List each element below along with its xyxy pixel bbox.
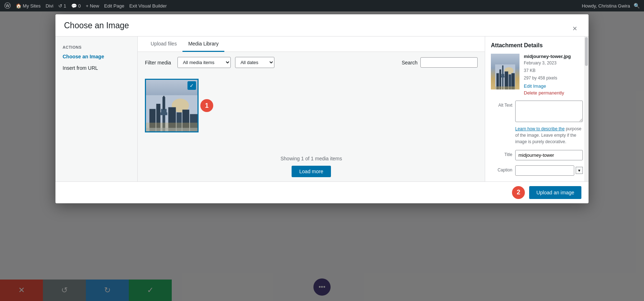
admin-bar-edit-page[interactable]: Edit Page bbox=[104, 3, 124, 9]
caption-label: Caption bbox=[491, 165, 512, 173]
caption-input[interactable] bbox=[515, 165, 574, 176]
wp-logo-icon: ⓦ bbox=[4, 1, 11, 10]
admin-bar-updates[interactable]: ↺ 1 bbox=[58, 3, 66, 9]
learn-more-link[interactable]: Learn how to describe the bbox=[515, 126, 565, 131]
svg-rect-13 bbox=[146, 123, 197, 131]
media-footer: Showing 1 of 1 media items Load more bbox=[138, 151, 485, 181]
attachment-thumbnail bbox=[491, 54, 519, 89]
svg-rect-24 bbox=[495, 87, 515, 89]
media-grid-container: ✓ 1 bbox=[138, 73, 485, 151]
admin-bar-user: Howdy, Christina Gwira bbox=[582, 3, 630, 9]
alt-text-label: Alt Text bbox=[491, 101, 512, 108]
admin-bar-mysites[interactable]: 🏠 My Sites bbox=[16, 3, 40, 9]
media-selected-check: ✓ bbox=[187, 81, 196, 90]
title-label: Title bbox=[491, 150, 512, 157]
alt-text-hint: Learn how to describe the purpose of the… bbox=[515, 126, 583, 145]
attachment-summary: midjourney-tower.jpg February 3, 2023 37… bbox=[491, 54, 583, 96]
sidebar-choose-image[interactable]: Choose an Image bbox=[55, 51, 137, 62]
modal-footer: 2 Upload an image bbox=[55, 181, 589, 203]
media-count: Showing 1 of 1 media items bbox=[145, 156, 478, 161]
caption-expand-icon[interactable]: ▼ bbox=[576, 167, 583, 174]
modal-overlay: Choose an Image × Actions Choose an Imag… bbox=[0, 0, 644, 301]
alt-text-field-row: Alt Text Learn how to describe the purpo… bbox=[491, 101, 583, 145]
modal-main-content: Upload files Media Library Filter media … bbox=[138, 37, 485, 181]
admin-bar-exit-builder[interactable]: Exit Visual Builder bbox=[129, 3, 167, 9]
search-input[interactable] bbox=[420, 57, 478, 68]
modal-header: Choose an Image × bbox=[55, 14, 589, 37]
admin-bar-search-icon[interactable]: 🔍 bbox=[634, 3, 640, 9]
filter-media-label: Filter media bbox=[145, 60, 171, 65]
svg-rect-19 bbox=[502, 74, 504, 76]
media-type-filter[interactable]: All media items bbox=[177, 57, 231, 68]
attachment-meta: midjourney-tower.jpg February 3, 2023 37… bbox=[524, 54, 583, 96]
edit-image-link[interactable]: Edit Image bbox=[524, 83, 583, 89]
tab-upload-files[interactable]: Upload files bbox=[145, 37, 182, 52]
attachment-filesize: 37 KB bbox=[524, 67, 583, 74]
svg-rect-20 bbox=[501, 76, 504, 77]
modal-sidebar: Actions Choose an Image Insert from URL bbox=[55, 37, 138, 181]
caption-input-wrapper: ▼ bbox=[515, 165, 583, 176]
actions-section-title: Actions bbox=[55, 42, 137, 51]
sidebar-insert-url[interactable]: Insert from URL bbox=[55, 62, 137, 74]
attachment-details-title: Attachment Details bbox=[491, 42, 583, 49]
admin-bar-new[interactable]: + New bbox=[86, 3, 99, 9]
attachment-details-panel: Attachment Details bbox=[485, 37, 589, 181]
svg-rect-6 bbox=[160, 112, 167, 115]
upload-image-button[interactable]: Upload an image bbox=[529, 186, 581, 199]
title-input[interactable] bbox=[515, 150, 583, 160]
svg-rect-7 bbox=[163, 96, 165, 110]
step-badge-2: 2 bbox=[512, 186, 525, 199]
title-input-wrapper bbox=[515, 150, 583, 160]
modal-close-button[interactable]: × bbox=[570, 23, 580, 34]
attachment-filename: midjourney-tower.jpg bbox=[524, 54, 583, 59]
alt-text-input[interactable] bbox=[515, 101, 583, 122]
title-field-row: Title bbox=[491, 150, 583, 160]
media-grid: ✓ 1 bbox=[145, 79, 478, 132]
attachment-dimensions: 297 by 458 pixels bbox=[524, 75, 583, 82]
modal-title: Choose an Image bbox=[64, 21, 129, 36]
modal-tabs: Upload files Media Library bbox=[138, 37, 485, 52]
admin-bar-divi[interactable]: Divi bbox=[45, 3, 53, 9]
caption-field-row: Caption ▼ bbox=[491, 165, 583, 176]
admin-bar-comments[interactable]: 💬 0 bbox=[71, 3, 81, 9]
filter-bar: Filter media All media items All dates S… bbox=[138, 52, 485, 73]
modal-body: Actions Choose an Image Insert from URL … bbox=[55, 37, 589, 181]
search-label: Search bbox=[402, 60, 418, 65]
delete-image-link[interactable]: Delete permanently bbox=[524, 90, 583, 96]
choose-image-modal: Choose an Image × Actions Choose an Imag… bbox=[55, 14, 589, 203]
date-filter[interactable]: All dates bbox=[235, 57, 274, 68]
tab-media-library[interactable]: Media Library bbox=[182, 37, 224, 52]
admin-bar: ⓦ 🏠 My Sites Divi ↺ 1 💬 0 + New Edit Pag… bbox=[0, 0, 644, 11]
panel-scrollbar[interactable] bbox=[584, 37, 589, 181]
load-more-button[interactable]: Load more bbox=[292, 166, 331, 177]
step-badge-1: 1 bbox=[200, 99, 213, 112]
panel-scrollbar-thumb bbox=[585, 37, 588, 66]
attachment-date: February 3, 2023 bbox=[524, 60, 583, 67]
search-area: Search bbox=[402, 57, 478, 68]
media-item[interactable]: ✓ bbox=[145, 79, 199, 132]
alt-text-input-wrapper: Learn how to describe the purpose of the… bbox=[515, 101, 583, 145]
